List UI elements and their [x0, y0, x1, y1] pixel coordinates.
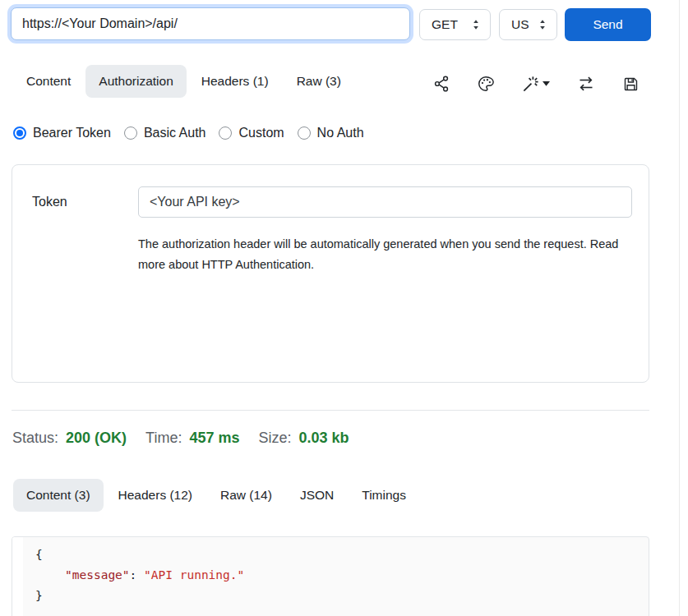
request-tabs: Content Authorization Headers (1) Raw (3…	[13, 65, 354, 98]
auth-option-label: Custom	[238, 126, 284, 140]
token-help-text: The authorization header will be automat…	[138, 234, 628, 275]
status-pair: Status: 200 (OK)	[12, 430, 127, 447]
auth-option-label: Basic Auth	[144, 126, 206, 140]
json-close-brace: }	[23, 586, 649, 606]
tab-authorization[interactable]: Authorization	[85, 65, 186, 98]
save-icon[interactable]	[622, 76, 640, 93]
method-select[interactable]: GET	[419, 9, 491, 40]
auth-mode-options: Bearer Token Basic Auth Custom No Auth	[13, 126, 364, 140]
region-select[interactable]: US	[499, 9, 557, 40]
time-value: 457 ms	[189, 430, 239, 447]
auth-option-bearer-token[interactable]: Bearer Token	[13, 126, 111, 140]
send-button[interactable]: Send	[565, 8, 651, 41]
radio-bearer-token[interactable]	[13, 126, 26, 140]
json-value: "API running."	[144, 568, 244, 582]
json-message-line: "message": "API running."	[23, 565, 649, 586]
radio-no-auth[interactable]	[298, 126, 311, 140]
tab-raw[interactable]: Raw (3)	[284, 65, 354, 98]
swap-arrows-icon[interactable]	[576, 74, 596, 94]
response-tab-headers[interactable]: Headers (12)	[105, 479, 205, 512]
response-tab-content[interactable]: Content (3)	[13, 479, 104, 512]
json-colon: :	[130, 568, 144, 582]
select-updown-icon	[537, 18, 548, 31]
auth-option-no-auth[interactable]: No Auth	[298, 126, 364, 140]
palette-icon[interactable]	[477, 75, 495, 93]
content-right-border	[679, 0, 680, 616]
select-updown-icon	[470, 18, 482, 31]
magic-wand-icon[interactable]	[521, 75, 550, 94]
size-label: Size:	[258, 430, 291, 447]
auth-option-label: No Auth	[317, 126, 364, 140]
size-value: 0.03 kb	[299, 430, 349, 447]
section-divider	[12, 410, 649, 411]
size-pair: Size: 0.03 kb	[258, 430, 349, 447]
method-select-value: GET	[432, 17, 458, 32]
share-nodes-icon[interactable]	[432, 75, 450, 93]
time-pair: Time: 457 ms	[145, 430, 239, 447]
response-tab-raw[interactable]: Raw (14)	[207, 479, 285, 512]
auth-option-label: Bearer Token	[33, 126, 111, 140]
region-select-value: US	[511, 17, 529, 32]
radio-custom[interactable]	[219, 126, 232, 140]
json-open-brace: {	[23, 545, 649, 565]
status-label: Status:	[12, 430, 58, 447]
code-gutter	[12, 537, 23, 616]
authorization-panel: Token The authorization header will be a…	[12, 164, 649, 383]
response-body-block: { "message": "API running." }	[12, 536, 649, 616]
chevron-down-icon	[543, 81, 550, 86]
tab-headers[interactable]: Headers (1)	[188, 65, 282, 98]
auth-option-basic-auth[interactable]: Basic Auth	[124, 126, 206, 140]
response-tabs: Content (3) Headers (12) Raw (14) JSON T…	[13, 479, 419, 512]
auth-option-custom[interactable]: Custom	[219, 126, 284, 140]
status-value: 200 (OK)	[66, 430, 127, 447]
time-label: Time:	[145, 430, 182, 447]
token-input[interactable]	[138, 186, 632, 218]
radio-basic-auth[interactable]	[124, 126, 137, 140]
response-json-body: { "message": "API running." }	[23, 545, 649, 606]
response-tab-json[interactable]: JSON	[287, 479, 347, 512]
request-toolbar	[432, 74, 640, 94]
json-key: "message"	[65, 568, 130, 582]
token-label: Token	[32, 195, 67, 209]
response-tab-timings[interactable]: Timings	[349, 479, 419, 512]
url-input[interactable]	[11, 7, 410, 40]
tab-content[interactable]: Content	[13, 65, 84, 98]
api-tester-page: GET US Send Content Authorization Header…	[0, 0, 688, 616]
response-summary: Status: 200 (OK) Time: 457 ms Size: 0.03…	[12, 430, 349, 447]
